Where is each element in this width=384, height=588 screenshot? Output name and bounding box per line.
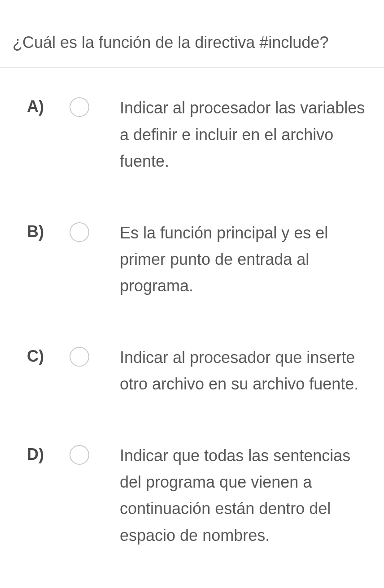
option-row-d: D) Indicar que todas las sentencias del …	[27, 442, 373, 549]
option-text-c: Indicar al procesador que inserte otro a…	[120, 344, 373, 398]
option-row-c: C) Indicar al procesador que inserte otr…	[27, 344, 373, 398]
radio-button-b[interactable]	[70, 222, 89, 242]
option-row-b: B) Es la función principal y es el prime…	[27, 220, 373, 299]
option-label-c: C)	[27, 344, 70, 368]
option-label-d: D)	[27, 442, 70, 467]
question-section: ¿Cuál es la función de la directiva #inc…	[0, 0, 384, 68]
radio-button-c[interactable]	[70, 347, 89, 367]
option-text-b: Es la función principal y es el primer p…	[120, 220, 373, 299]
option-row-a: A) Indicar al procesador las variables a…	[27, 95, 373, 174]
question-text: ¿Cuál es la función de la directiva #inc…	[13, 31, 371, 54]
radio-button-a[interactable]	[70, 97, 89, 117]
radio-button-d[interactable]	[70, 445, 89, 465]
option-text-a: Indicar al procesador las variables a de…	[120, 95, 373, 174]
option-text-d: Indicar que todas las sentencias del pro…	[120, 442, 373, 549]
option-label-b: B)	[27, 220, 70, 244]
options-section: A) Indicar al procesador las variables a…	[0, 68, 384, 575]
option-label-a: A)	[27, 95, 70, 119]
